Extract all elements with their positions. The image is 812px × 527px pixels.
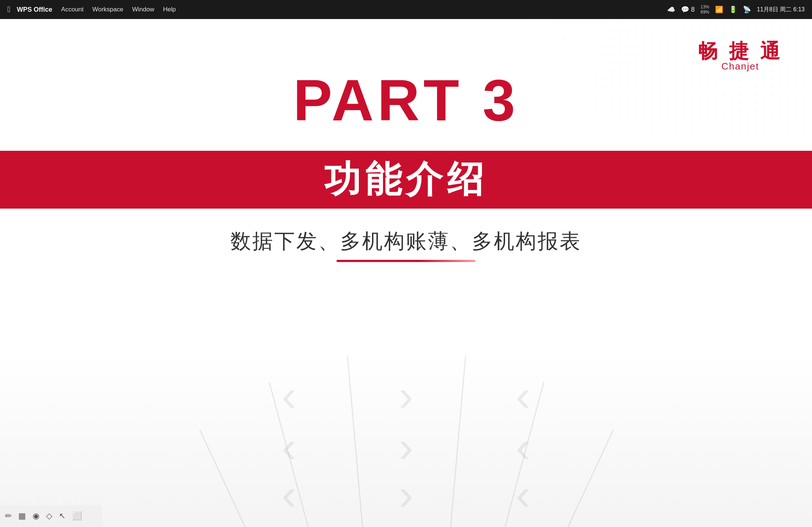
arrow-chevron-left-3: ‹ [282, 472, 296, 516]
wifi-icon: 📡 [743, 5, 751, 14]
arrow-chevron-center-3: › [399, 472, 413, 516]
road-line-right-1 [539, 429, 614, 527]
presentation-toolbar: ✏ ▦ ◉ ◇ ↖ ⬜ [0, 505, 102, 527]
road-line-left-3 [347, 356, 364, 527]
cursor-tool-icon[interactable]: ↖ [59, 511, 65, 521]
arrow-chevron-center-1: › [399, 373, 413, 417]
red-banner: 功能介绍 [0, 151, 812, 209]
arrow-row-2: ‹ › ‹ [0, 425, 812, 468]
app-name[interactable]: WPS Office [17, 6, 52, 14]
pencil-tool-icon[interactable]: ✏ [5, 511, 12, 521]
arrow-chevron-center-2: › [399, 425, 413, 468]
subtitle-area: 数据下发、多机构账薄、多机构报表 [0, 228, 812, 262]
arrow-chevron-right-1: ‹ [516, 373, 530, 417]
chanjet-chinese-text: 畅 捷 通 [698, 41, 783, 61]
diamond-tool-icon[interactable]: ◇ [46, 511, 52, 521]
subtitle-underline [337, 260, 475, 262]
arrow-row-1: ‹ › ‹ [0, 373, 812, 417]
network-icon: 📶 [715, 5, 723, 14]
battery-icon: 🔋 [729, 5, 737, 14]
road-background: ‹ › ‹ ‹ › ‹ ‹ › ‹ [0, 351, 812, 527]
menu-window[interactable]: Window [132, 6, 154, 13]
menu-help[interactable]: Help [163, 6, 176, 13]
menubar-status-area: ☁️ 💬 8 13% 69% 📶 🔋 📡 11月8日 周二 6:13 [667, 4, 805, 15]
wechat-icon: 💬 8 [681, 5, 695, 14]
arrow-chevron-left-2: ‹ [282, 425, 296, 468]
road-surface [0, 351, 812, 527]
cloud-icon: ☁️ [667, 5, 675, 14]
arrow-chevron-left-1: ‹ [282, 373, 296, 417]
menu-workspace[interactable]: Workspace [93, 6, 124, 13]
datetime-display: 11月8日 周二 6:13 [757, 6, 805, 14]
road-line-left-1 [199, 429, 275, 527]
arrow-row-3: ‹ › ‹ [0, 472, 812, 516]
part-title: PART 3 [0, 67, 812, 134]
road-line-right-3 [450, 356, 466, 527]
palette-tool-icon[interactable]: ◉ [33, 511, 40, 521]
road-line-left-2 [269, 382, 315, 527]
menu-account[interactable]: Account [61, 6, 83, 13]
road-line-right-2 [498, 382, 544, 527]
apple-menu-icon[interactable]:  [7, 5, 10, 14]
banner-text: 功能介绍 [324, 155, 488, 205]
slide-area: 畅 捷 通 Chanjet PART 3 功能介绍 数据下发、多机构账薄、多机构… [0, 19, 812, 527]
screen-tool-icon[interactable]: ⬜ [72, 511, 82, 521]
subtitle-text: 数据下发、多机构账薄、多机构报表 [230, 228, 582, 255]
menubar:  WPS Office Account Workspace Window He… [0, 0, 812, 19]
grid-tool-icon[interactable]: ▦ [18, 511, 26, 521]
arrow-chevron-right-2: ‹ [516, 425, 530, 468]
arrow-chevron-right-3: ‹ [516, 472, 530, 516]
cpu-mem-indicator: 13% 69% [700, 4, 709, 15]
